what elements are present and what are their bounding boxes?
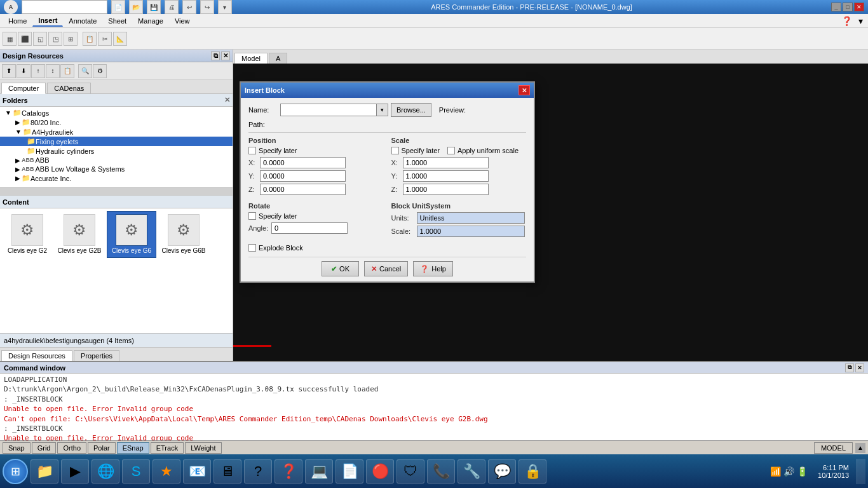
new-btn[interactable]: 📄 (111, 0, 125, 14)
close-btn[interactable]: ✕ (854, 3, 864, 11)
print-btn[interactable]: 🖨 (165, 0, 179, 14)
taskbar-app-shield[interactable]: 🛡 (397, 459, 424, 484)
pos-specify-checkbox[interactable] (248, 147, 256, 154)
tool-6[interactable]: 📋 (83, 32, 97, 46)
scale-x-input[interactable] (403, 157, 489, 168)
tool-2[interactable]: ⬛ (18, 32, 32, 46)
taskbar-app-chat[interactable]: 💬 (488, 459, 516, 484)
scale-z-input[interactable] (403, 184, 489, 195)
dropdown-arrow[interactable]: ▾ (218, 0, 232, 14)
tree-catalogs[interactable]: ▼ 📁 Catalogs (0, 108, 233, 118)
tree-abb-low[interactable]: ▶ ABB ABB Low Voltage & Systems (0, 165, 233, 173)
panel-close-btn[interactable]: ✕ (221, 51, 230, 60)
panel-tb-7[interactable]: ⚙ (93, 64, 107, 78)
panel-tb-6[interactable]: 🔍 (78, 64, 92, 78)
restore-btn[interactable]: □ (843, 3, 853, 11)
taskbar-app-help2[interactable]: ❓ (275, 459, 302, 484)
tree-fixing-eyelets[interactable]: 📁 Fixing eyelets (0, 137, 233, 146)
network-icon[interactable]: 📶 (770, 466, 781, 477)
grid-btn[interactable]: Grid (32, 442, 57, 454)
help-icon[interactable]: ❓ (837, 16, 856, 26)
tree-a4hydrauliek[interactable]: ▼ 📁 A4Hydrauliek (0, 127, 233, 137)
taskbar-app-pdf[interactable]: 📄 (336, 459, 363, 484)
browse-button[interactable]: Browse... (391, 103, 431, 117)
panel-tb-5[interactable]: 📋 (60, 64, 74, 78)
taskbar-app-gear[interactable]: 🔧 (458, 459, 485, 484)
panel-tb-4[interactable]: ↕ (46, 64, 60, 78)
taskbar-app-pc[interactable]: 💻 (305, 459, 333, 484)
volume-icon[interactable]: 🔊 (783, 466, 794, 477)
tree-accurate[interactable]: ▶ 📁 Accurate Inc. (0, 173, 233, 183)
tab-computer[interactable]: Computer (1, 83, 46, 94)
content-item-g2[interactable]: ⚙ Clevis eye G2 (3, 211, 52, 258)
workspace-arrow[interactable]: ▾ (100, 3, 104, 11)
tool-8[interactable]: 📐 (113, 32, 127, 46)
tab-cadenas[interactable]: CADenas (47, 83, 91, 93)
taskbar-app-lock[interactable]: 🔒 (519, 459, 546, 484)
name-dropdown-arrow[interactable]: ▾ (376, 104, 388, 116)
pos-y-input[interactable] (260, 170, 346, 182)
model-btn[interactable]: MODEL (814, 442, 853, 454)
cancel-button[interactable]: ✕ Cancel (364, 261, 408, 276)
etrack-btn[interactable]: ETrack (151, 442, 184, 454)
dialog-close-btn[interactable]: ✕ (519, 85, 530, 95)
tab-properties[interactable]: Properties (74, 350, 119, 361)
workspace-dropdown[interactable]: Drafting and Annotation ▾ (22, 0, 107, 14)
taskbar-app-phone[interactable]: 📞 (427, 459, 455, 484)
taskbar-app-help[interactable]: ? (244, 459, 272, 484)
tab-design-resources[interactable]: Design Resources (1, 350, 72, 361)
snap-btn[interactable]: Snap (3, 442, 31, 454)
tree-8020[interactable]: ▶ 📁 80/20 Inc. (0, 118, 233, 127)
panel-controls[interactable]: ⧉ ✕ (211, 51, 230, 60)
open-btn[interactable]: 📂 (129, 0, 143, 14)
tool-4[interactable]: ◳ (48, 32, 62, 46)
menu-annotate[interactable]: Annotate (63, 15, 102, 27)
scale-specify-checkbox[interactable] (391, 147, 399, 154)
menu-sheet[interactable]: Sheet (102, 15, 132, 27)
taskbar-app-star[interactable]: ★ (153, 459, 180, 484)
taskbar-app-red[interactable]: 🔴 (366, 459, 394, 484)
polar-btn[interactable]: Polar (88, 442, 116, 454)
tool-3[interactable]: ◱ (33, 32, 47, 46)
explode-checkbox[interactable] (248, 244, 256, 252)
folders-close[interactable]: ✕ (224, 96, 230, 104)
content-item-g6b[interactable]: ⚙ Clevis eye G6B (159, 211, 208, 258)
panel-tb-1[interactable]: ⬆ (2, 64, 16, 78)
menu-manage[interactable]: Manage (132, 15, 169, 27)
tool-7[interactable]: ✂ (98, 32, 112, 46)
tree-hydraulic-cyl[interactable]: 📁 Hydraulic cylinders (0, 146, 233, 156)
menu-view[interactable]: View (169, 15, 196, 27)
angle-input[interactable] (271, 222, 348, 234)
rotate-specify-checkbox[interactable] (248, 212, 256, 220)
taskbar-app-skype[interactable]: S (122, 459, 150, 484)
esnap-btn[interactable]: ESnap (117, 442, 149, 454)
taskbar-app-mail[interactable]: 📧 (183, 459, 211, 484)
show-desktop-btn[interactable] (857, 459, 865, 484)
taskbar-app-media[interactable]: ▶ (61, 459, 89, 484)
taskbar-app-chrome[interactable]: 🌐 (92, 459, 119, 484)
redo-btn[interactable]: ↪ (200, 0, 214, 14)
menu-insert[interactable]: Insert (32, 15, 63, 27)
expand-icon[interactable]: ▾ (856, 16, 865, 26)
battery-icon[interactable]: 🔋 (797, 466, 808, 477)
taskbar-app-explorer[interactable]: 📁 (31, 459, 58, 484)
folder-hscroll[interactable] (0, 187, 233, 195)
panel-float-btn[interactable]: ⧉ (211, 51, 220, 60)
command-header-controls[interactable]: ⧉ ✕ (845, 363, 864, 372)
cmd-close-btn[interactable]: ✕ (855, 363, 864, 372)
expand-status-btn[interactable]: ▲ (855, 443, 865, 453)
panel-tb-3[interactable]: ↑ (31, 64, 45, 78)
cmd-float-btn[interactable]: ⧉ (845, 363, 854, 372)
content-item-g2b[interactable]: ⚙ Clevis eye G2B (55, 211, 104, 258)
panel-tb-2[interactable]: ⬇ (17, 64, 31, 78)
tree-abb[interactable]: ▶ ABB ABB (0, 156, 233, 165)
clock[interactable]: 6:11 PM 10/1/2013 (813, 464, 854, 479)
window-controls[interactable]: _ □ ✕ (831, 3, 864, 11)
pos-x-input[interactable] (260, 157, 346, 168)
tool-1[interactable]: ▦ (3, 32, 17, 46)
ok-button[interactable]: ✔ OK (322, 261, 359, 276)
uniform-scale-checkbox[interactable] (447, 147, 455, 154)
name-input[interactable] (281, 105, 376, 114)
ortho-btn[interactable]: Ortho (57, 442, 86, 454)
scale-y-input[interactable] (403, 170, 489, 182)
